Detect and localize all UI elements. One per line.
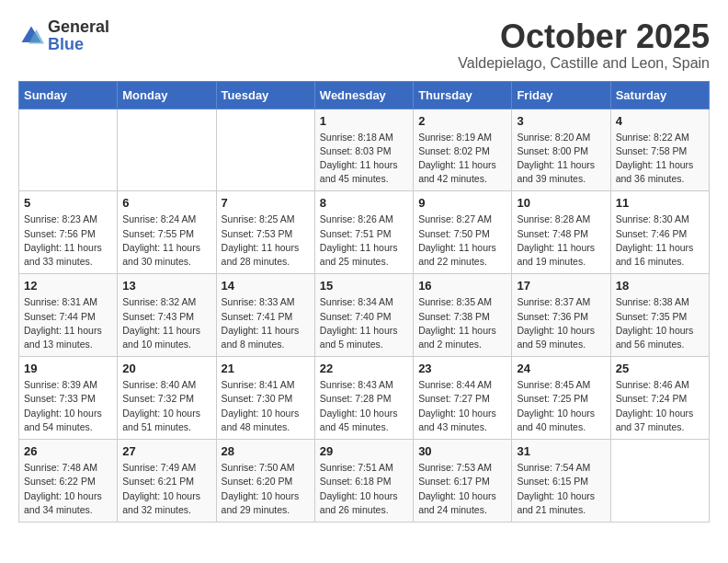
calendar-cell: 20Sunrise: 8:40 AM Sunset: 7:32 PM Dayli…: [118, 357, 216, 440]
day-number: 12: [24, 279, 112, 293]
day-info: Sunrise: 8:38 AM Sunset: 7:35 PM Dayligh…: [616, 295, 704, 351]
calendar-cell: 29Sunrise: 7:51 AM Sunset: 6:18 PM Dayli…: [314, 440, 413, 523]
weekday-header-sunday: Sunday: [19, 81, 118, 109]
calendar-week-1: 1Sunrise: 8:18 AM Sunset: 8:03 PM Daylig…: [19, 109, 710, 191]
day-info: Sunrise: 7:48 AM Sunset: 6:22 PM Dayligh…: [24, 461, 112, 517]
day-number: 7: [222, 196, 310, 210]
calendar-cell: 30Sunrise: 7:53 AM Sunset: 6:17 PM Dayli…: [414, 440, 512, 523]
calendar-cell: 21Sunrise: 8:41 AM Sunset: 7:30 PM Dayli…: [216, 357, 314, 440]
day-number: 30: [418, 444, 506, 458]
location-subtitle: Valdepielago, Castille and Leon, Spain: [458, 55, 710, 72]
day-number: 25: [616, 362, 704, 375]
day-info: Sunrise: 8:24 AM Sunset: 7:55 PM Dayligh…: [122, 213, 210, 269]
calendar-week-3: 12Sunrise: 8:31 AM Sunset: 7:44 PM Dayli…: [19, 274, 710, 357]
day-info: Sunrise: 8:33 AM Sunset: 7:41 PM Dayligh…: [222, 295, 310, 351]
calendar-cell: 9Sunrise: 8:27 AM Sunset: 7:50 PM Daylig…: [414, 191, 512, 274]
day-info: Sunrise: 8:18 AM Sunset: 8:03 PM Dayligh…: [320, 131, 408, 187]
day-number: 17: [517, 279, 605, 293]
month-title: October 2025: [458, 18, 710, 55]
day-info: Sunrise: 7:49 AM Sunset: 6:21 PM Dayligh…: [122, 461, 210, 517]
calendar-cell: 16Sunrise: 8:35 AM Sunset: 7:38 PM Dayli…: [414, 274, 512, 357]
calendar-cell: 13Sunrise: 8:32 AM Sunset: 7:43 PM Dayli…: [118, 274, 216, 357]
day-number: 18: [616, 279, 704, 293]
weekday-header-friday: Friday: [512, 81, 610, 109]
calendar-week-2: 5Sunrise: 8:23 AM Sunset: 7:56 PM Daylig…: [19, 191, 710, 274]
calendar-cell: 25Sunrise: 8:46 AM Sunset: 7:24 PM Dayli…: [610, 357, 709, 440]
day-info: Sunrise: 8:43 AM Sunset: 7:28 PM Dayligh…: [320, 378, 408, 434]
calendar-cell: 11Sunrise: 8:30 AM Sunset: 7:46 PM Dayli…: [610, 191, 709, 274]
day-number: 15: [320, 279, 408, 293]
day-number: 2: [418, 114, 506, 128]
day-info: Sunrise: 8:45 AM Sunset: 7:25 PM Dayligh…: [517, 378, 605, 434]
calendar-cell: 26Sunrise: 7:48 AM Sunset: 6:22 PM Dayli…: [19, 440, 118, 523]
calendar-cell: 4Sunrise: 8:22 AM Sunset: 7:58 PM Daylig…: [610, 109, 709, 191]
day-info: Sunrise: 7:54 AM Sunset: 6:15 PM Dayligh…: [517, 461, 605, 517]
day-number: 3: [517, 114, 605, 128]
day-number: 4: [616, 114, 704, 128]
day-number: 29: [320, 444, 408, 458]
calendar-cell: 10Sunrise: 8:28 AM Sunset: 7:48 PM Dayli…: [512, 191, 610, 274]
calendar-cell: 19Sunrise: 8:39 AM Sunset: 7:33 PM Dayli…: [19, 357, 118, 440]
day-info: Sunrise: 8:27 AM Sunset: 7:50 PM Dayligh…: [418, 213, 506, 269]
day-info: Sunrise: 8:40 AM Sunset: 7:32 PM Dayligh…: [122, 378, 210, 434]
day-number: 13: [122, 279, 210, 293]
calendar-cell: 17Sunrise: 8:37 AM Sunset: 7:36 PM Dayli…: [512, 274, 610, 357]
day-info: Sunrise: 8:41 AM Sunset: 7:30 PM Dayligh…: [222, 378, 310, 434]
weekday-header-row: SundayMondayTuesdayWednesdayThursdayFrid…: [19, 81, 710, 109]
calendar-cell: 22Sunrise: 8:43 AM Sunset: 7:28 PM Dayli…: [314, 357, 413, 440]
day-info: Sunrise: 8:34 AM Sunset: 7:40 PM Dayligh…: [320, 295, 408, 351]
day-info: Sunrise: 8:26 AM Sunset: 7:51 PM Dayligh…: [320, 213, 408, 269]
day-info: Sunrise: 8:20 AM Sunset: 8:00 PM Dayligh…: [517, 131, 605, 187]
weekday-header-saturday: Saturday: [610, 81, 709, 109]
day-info: Sunrise: 8:31 AM Sunset: 7:44 PM Dayligh…: [24, 295, 112, 351]
day-number: 20: [122, 362, 210, 375]
weekday-header-wednesday: Wednesday: [314, 81, 413, 109]
day-number: 1: [320, 114, 408, 128]
calendar-table: SundayMondayTuesdayWednesdayThursdayFrid…: [18, 81, 710, 523]
calendar-cell: 8Sunrise: 8:26 AM Sunset: 7:51 PM Daylig…: [314, 191, 413, 274]
logo: General Blue: [18, 18, 109, 53]
day-number: 10: [517, 196, 605, 210]
page-header: General Blue October 2025 Valdepielago, …: [18, 18, 710, 72]
logo-general: General Blue: [48, 18, 109, 53]
calendar-cell: 28Sunrise: 7:50 AM Sunset: 6:20 PM Dayli…: [216, 440, 314, 523]
calendar-cell: [19, 109, 118, 191]
day-info: Sunrise: 8:44 AM Sunset: 7:27 PM Dayligh…: [418, 378, 506, 434]
calendar-cell: [216, 109, 314, 191]
calendar-cell: 2Sunrise: 8:19 AM Sunset: 8:02 PM Daylig…: [414, 109, 512, 191]
day-info: Sunrise: 8:25 AM Sunset: 7:53 PM Dayligh…: [222, 213, 310, 269]
day-number: 27: [122, 444, 210, 458]
day-info: Sunrise: 7:50 AM Sunset: 6:20 PM Dayligh…: [222, 461, 310, 517]
calendar-cell: 27Sunrise: 7:49 AM Sunset: 6:21 PM Dayli…: [118, 440, 216, 523]
day-number: 19: [24, 362, 112, 375]
calendar-cell: [610, 440, 709, 523]
calendar-cell: 15Sunrise: 8:34 AM Sunset: 7:40 PM Dayli…: [314, 274, 413, 357]
calendar-cell: 24Sunrise: 8:45 AM Sunset: 7:25 PM Dayli…: [512, 357, 610, 440]
calendar-cell: 23Sunrise: 8:44 AM Sunset: 7:27 PM Dayli…: [414, 357, 512, 440]
day-number: 24: [517, 362, 605, 375]
day-number: 26: [24, 444, 112, 458]
calendar-cell: 6Sunrise: 8:24 AM Sunset: 7:55 PM Daylig…: [118, 191, 216, 274]
day-number: 6: [122, 196, 210, 210]
weekday-header-tuesday: Tuesday: [216, 81, 314, 109]
calendar-week-4: 19Sunrise: 8:39 AM Sunset: 7:33 PM Dayli…: [19, 357, 710, 440]
day-info: Sunrise: 8:28 AM Sunset: 7:48 PM Dayligh…: [517, 213, 605, 269]
calendar-cell: 1Sunrise: 8:18 AM Sunset: 8:03 PM Daylig…: [314, 109, 413, 191]
day-number: 31: [517, 444, 605, 458]
day-number: 22: [320, 362, 408, 375]
day-info: Sunrise: 7:53 AM Sunset: 6:17 PM Dayligh…: [418, 461, 506, 517]
day-number: 14: [222, 279, 310, 293]
calendar-cell: 31Sunrise: 7:54 AM Sunset: 6:15 PM Dayli…: [512, 440, 610, 523]
day-number: 16: [418, 279, 506, 293]
logo-icon: [18, 23, 44, 49]
day-number: 21: [222, 362, 310, 375]
calendar-cell: [118, 109, 216, 191]
day-number: 9: [418, 196, 506, 210]
calendar-week-5: 26Sunrise: 7:48 AM Sunset: 6:22 PM Dayli…: [19, 440, 710, 523]
day-info: Sunrise: 8:32 AM Sunset: 7:43 PM Dayligh…: [122, 295, 210, 351]
day-info: Sunrise: 8:22 AM Sunset: 7:58 PM Dayligh…: [616, 131, 704, 187]
day-number: 5: [24, 196, 112, 210]
calendar-body: 1Sunrise: 8:18 AM Sunset: 8:03 PM Daylig…: [19, 109, 710, 522]
day-info: Sunrise: 8:39 AM Sunset: 7:33 PM Dayligh…: [24, 378, 112, 434]
weekday-header-thursday: Thursday: [414, 81, 512, 109]
